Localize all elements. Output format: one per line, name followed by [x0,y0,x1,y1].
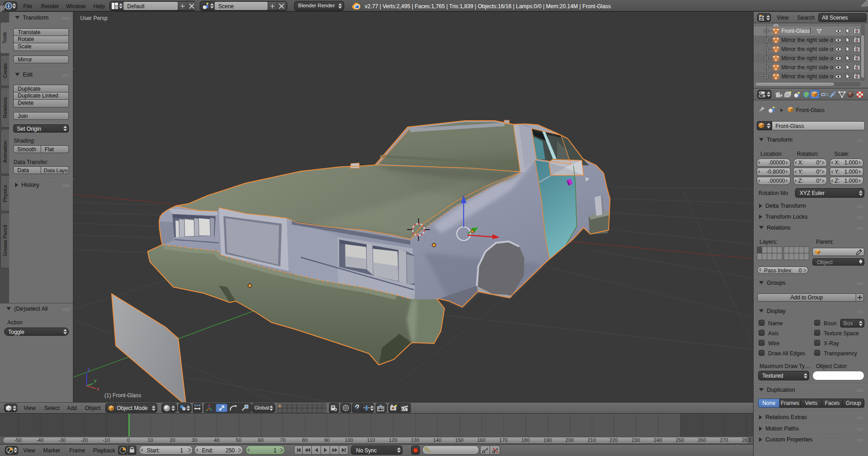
svg-text:x: x [97,386,99,391]
svg-text:z: z [88,367,90,372]
svg-text:y: y [94,378,97,383]
svg-text:i: i [8,3,9,9]
